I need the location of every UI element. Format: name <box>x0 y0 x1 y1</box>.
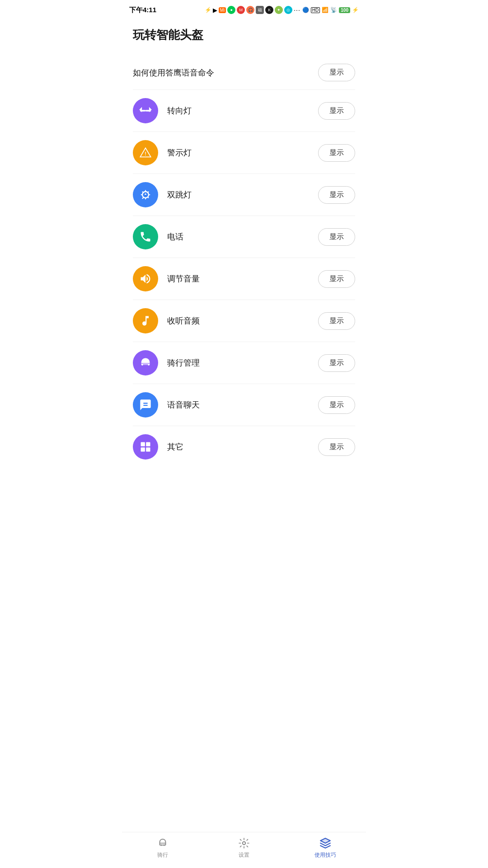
wifi-icon: 📡 <box>330 7 337 13</box>
show-button-voice-command[interactable]: 显示 <box>318 64 355 81</box>
more-icon: ··· <box>294 6 300 14</box>
feature-item-left: 转向灯 <box>133 98 192 123</box>
show-button-phone[interactable]: 显示 <box>318 228 355 246</box>
feature-item-left: ! 警示灯 <box>133 140 192 165</box>
show-button-audio[interactable]: 显示 <box>318 312 355 330</box>
bluetooth-icon: 🔵 <box>302 7 309 13</box>
turn-signal-icon <box>133 98 158 123</box>
feature-label-hazard-light: 双跳灯 <box>167 189 192 200</box>
feature-label-turn-signal: 转向灯 <box>167 105 192 116</box>
feature-item-left: 其它 <box>133 434 183 460</box>
charge-icon: ⚡ <box>352 7 359 13</box>
app-icon-4: 磁 <box>256 6 264 14</box>
show-button-hazard-light[interactable]: 显示 <box>318 186 355 204</box>
feature-item-left: 语音聊天 <box>133 392 200 418</box>
feature-item-voice-chat: 语音聊天 显示 <box>133 384 355 426</box>
status-time: 下午4:11 <box>129 6 156 14</box>
svg-text:!: ! <box>145 151 146 156</box>
status-right: ⚡ ▶ Mi ● M 🎧 磁 K ✦ ◎ ··· 🔵 HD 📶 📡 100 ⚡ <box>205 6 359 14</box>
other-icon <box>133 434 158 460</box>
feature-label-ride-manage: 骑行管理 <box>167 357 200 368</box>
page-content: 玩转智能头盔 如何使用答鹰语音命令 显示 <box>122 18 366 868</box>
feature-label-voice-command: 如何使用答鹰语音命令 <box>133 67 214 78</box>
volume-icon <box>133 266 158 291</box>
show-button-warning-light[interactable]: 显示 <box>318 144 355 162</box>
nav-item-riding[interactable]: 骑行 <box>122 837 203 859</box>
feature-item-other: 其它 显示 <box>133 426 355 468</box>
feature-label-phone: 电话 <box>167 231 183 242</box>
show-button-volume[interactable]: 显示 <box>318 270 355 288</box>
feature-item-turn-signal: 转向灯 显示 <box>133 90 355 132</box>
svg-rect-4 <box>146 442 150 446</box>
feature-item-voice-command: 如何使用答鹰语音命令 显示 <box>133 56 355 90</box>
app-icon-5: K <box>265 6 273 14</box>
bottom-nav: 骑行 设置 使用技巧 <box>122 832 366 868</box>
feature-item-left: 双跳灯 <box>133 182 192 207</box>
voice-chat-icon <box>133 392 158 418</box>
app-icon-1: ● <box>227 6 235 14</box>
feature-item-phone: 电话 显示 <box>133 216 355 258</box>
feature-item-left: 电话 <box>133 224 183 249</box>
feature-item-hazard-light: 双跳灯 显示 <box>133 174 355 216</box>
ride-manage-icon <box>133 350 158 375</box>
status-icons: ⚡ ▶ Mi ● M 🎧 磁 K ✦ ◎ ··· <box>205 6 300 14</box>
warning-icon: ! <box>133 140 158 165</box>
show-button-ride-manage[interactable]: 显示 <box>318 354 355 372</box>
hd-icon: HD <box>311 7 320 13</box>
show-button-other[interactable]: 显示 <box>318 438 355 456</box>
feature-label-warning-light: 警示灯 <box>167 147 192 158</box>
feature-item-left: 收听音频 <box>133 308 200 333</box>
riding-nav-label: 骑行 <box>157 851 168 859</box>
feature-item-warning-light: ! 警示灯 显示 <box>133 132 355 174</box>
feature-label-voice-chat: 语音聊天 <box>167 399 200 410</box>
lightning-icon: ⚡ <box>205 7 211 13</box>
tips-nav-label: 使用技巧 <box>314 851 336 859</box>
nav-item-tips[interactable]: 使用技巧 <box>285 837 366 859</box>
app-icon-6: ✦ <box>275 6 283 14</box>
nav-item-settings[interactable]: 设置 <box>203 837 285 859</box>
feature-item-audio: 收听音频 显示 <box>133 300 355 342</box>
feature-label-audio: 收听音频 <box>167 315 200 326</box>
settings-nav-icon <box>238 837 250 849</box>
show-button-voice-chat[interactable]: 显示 <box>318 396 355 414</box>
tips-nav-icon <box>319 837 332 849</box>
feature-label-volume: 调节音量 <box>167 273 200 284</box>
app-icon-7: ◎ <box>284 6 292 14</box>
feature-item-left: 如何使用答鹰语音命令 <box>133 67 214 78</box>
app-icon-2: M <box>237 6 245 14</box>
feature-item-volume: 调节音量 显示 <box>133 258 355 300</box>
play-icon: ▶ <box>213 7 217 14</box>
svg-point-7 <box>243 842 246 845</box>
riding-nav-icon <box>156 837 169 849</box>
svg-rect-3 <box>141 442 145 446</box>
app-icon-3: 🎧 <box>246 6 254 14</box>
phone-icon <box>133 224 158 249</box>
feature-item-left: 骑行管理 <box>133 350 200 375</box>
page-title: 玩转智能头盔 <box>133 27 355 43</box>
settings-nav-label: 设置 <box>239 851 249 859</box>
audio-icon <box>133 308 158 333</box>
mi-icon: Mi <box>219 7 226 13</box>
svg-rect-2 <box>143 365 148 366</box>
svg-rect-5 <box>141 447 145 451</box>
status-bar: 下午4:11 ⚡ ▶ Mi ● M 🎧 磁 K ✦ ◎ ··· 🔵 HD 📶 📡… <box>122 0 366 18</box>
battery-icon: 100 <box>339 7 350 13</box>
feature-label-other: 其它 <box>167 441 183 452</box>
svg-rect-6 <box>146 447 150 451</box>
feature-item-ride-manage: 骑行管理 显示 <box>133 342 355 384</box>
show-button-turn-signal[interactable]: 显示 <box>318 102 355 120</box>
feature-item-left: 调节音量 <box>133 266 200 291</box>
signal-icon: 📶 <box>322 7 328 13</box>
feature-list: 如何使用答鹰语音命令 显示 转向灯 显示 <box>133 56 355 468</box>
hazard-icon <box>133 182 158 207</box>
